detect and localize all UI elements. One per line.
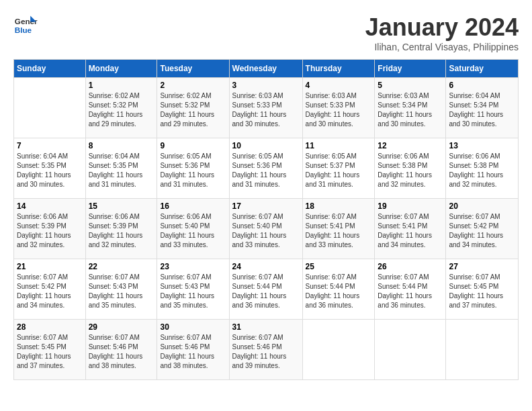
calendar-cell: 26 Sunrise: 6:07 AMSunset: 5:44 PMDaylig… (375, 259, 446, 320)
day-info: Sunrise: 6:04 AMSunset: 5:35 PMDaylight:… (17, 152, 83, 189)
day-info: Sunrise: 6:07 AMSunset: 5:42 PMDaylight:… (449, 212, 515, 250)
day-number: 4 (306, 81, 372, 90)
day-info: Sunrise: 6:07 AMSunset: 5:40 PMDaylight:… (232, 212, 300, 250)
day-number: 15 (89, 201, 154, 211)
calendar-week-5: 28 Sunrise: 6:07 AMSunset: 5:45 PMDaylig… (14, 320, 519, 380)
day-number: 28 (17, 322, 83, 332)
logo: General Blue (13, 13, 38, 38)
day-info: Sunrise: 6:04 AMSunset: 5:35 PMDaylight:… (89, 152, 154, 189)
calendar-cell: 14 Sunrise: 6:06 AMSunset: 5:39 PMDaylig… (14, 199, 86, 259)
day-info: Sunrise: 6:03 AMSunset: 5:33 PMDaylight:… (306, 91, 372, 129)
day-number: 5 (378, 81, 443, 90)
day-number: 2 (160, 81, 226, 90)
calendar-cell (302, 320, 375, 380)
day-number: 14 (17, 201, 83, 211)
day-number: 30 (160, 322, 226, 332)
calendar-cell: 21 Sunrise: 6:07 AMSunset: 5:42 PMDaylig… (14, 259, 86, 320)
day-info: Sunrise: 6:04 AMSunset: 5:34 PMDaylight:… (449, 91, 515, 129)
header-sunday: Sunday (14, 60, 86, 78)
day-number: 3 (232, 81, 300, 90)
day-info: Sunrise: 6:07 AMSunset: 5:45 PMDaylight:… (449, 273, 515, 310)
calendar-cell: 13 Sunrise: 6:06 AMSunset: 5:38 PMDaylig… (446, 138, 519, 199)
calendar-cell: 28 Sunrise: 6:07 AMSunset: 5:45 PMDaylig… (14, 320, 86, 380)
calendar-cell: 23 Sunrise: 6:07 AMSunset: 5:43 PMDaylig… (157, 259, 229, 320)
calendar-week-3: 14 Sunrise: 6:06 AMSunset: 5:39 PMDaylig… (14, 199, 519, 259)
calendar-cell (14, 78, 86, 138)
day-info: Sunrise: 6:02 AMSunset: 5:32 PMDaylight:… (160, 91, 226, 129)
calendar-cell: 19 Sunrise: 6:07 AMSunset: 5:41 PMDaylig… (375, 199, 446, 259)
header-tuesday: Tuesday (157, 60, 229, 78)
day-info: Sunrise: 6:07 AMSunset: 5:46 PMDaylight:… (160, 333, 226, 371)
calendar-cell: 18 Sunrise: 6:07 AMSunset: 5:41 PMDaylig… (302, 199, 375, 259)
calendar-cell: 12 Sunrise: 6:06 AMSunset: 5:38 PMDaylig… (375, 138, 446, 199)
calendar-cell (446, 320, 519, 380)
calendar-cell: 3 Sunrise: 6:03 AMSunset: 5:33 PMDayligh… (229, 78, 302, 138)
location: Ilihan, Central Visayas, Philippines (365, 42, 519, 52)
calendar-cell: 24 Sunrise: 6:07 AMSunset: 5:44 PMDaylig… (229, 259, 302, 320)
day-number: 20 (449, 201, 515, 211)
day-number: 22 (89, 262, 154, 271)
day-number: 26 (378, 262, 443, 271)
day-info: Sunrise: 6:07 AMSunset: 5:42 PMDaylight:… (17, 273, 83, 310)
day-info: Sunrise: 6:06 AMSunset: 5:38 PMDaylight:… (449, 152, 515, 189)
day-number: 12 (378, 141, 443, 150)
day-info: Sunrise: 6:07 AMSunset: 5:41 PMDaylight:… (378, 212, 443, 250)
day-number: 6 (449, 81, 515, 90)
header-thursday: Thursday (302, 60, 375, 78)
day-number: 24 (232, 262, 300, 271)
logo-icon: General Blue (13, 13, 38, 38)
calendar-week-4: 21 Sunrise: 6:07 AMSunset: 5:42 PMDaylig… (14, 259, 519, 320)
header-friday: Friday (375, 60, 446, 78)
calendar-cell: 10 Sunrise: 6:05 AMSunset: 5:36 PMDaylig… (229, 138, 302, 199)
calendar-week-1: 1 Sunrise: 6:02 AMSunset: 5:32 PMDayligh… (14, 78, 519, 138)
day-info: Sunrise: 6:05 AMSunset: 5:37 PMDaylight:… (306, 152, 372, 189)
day-info: Sunrise: 6:07 AMSunset: 5:45 PMDaylight:… (17, 333, 83, 371)
calendar-cell: 27 Sunrise: 6:07 AMSunset: 5:45 PMDaylig… (446, 259, 519, 320)
day-info: Sunrise: 6:06 AMSunset: 5:39 PMDaylight:… (89, 212, 154, 250)
day-number: 19 (378, 201, 443, 211)
day-number: 25 (306, 262, 372, 271)
day-info: Sunrise: 6:02 AMSunset: 5:32 PMDaylight:… (89, 91, 154, 129)
calendar-cell: 29 Sunrise: 6:07 AMSunset: 5:46 PMDaylig… (85, 320, 157, 380)
calendar-cell: 6 Sunrise: 6:04 AMSunset: 5:34 PMDayligh… (446, 78, 519, 138)
calendar-cell: 8 Sunrise: 6:04 AMSunset: 5:35 PMDayligh… (85, 138, 157, 199)
header-monday: Monday (85, 60, 157, 78)
calendar-cell: 20 Sunrise: 6:07 AMSunset: 5:42 PMDaylig… (446, 199, 519, 259)
calendar-cell: 31 Sunrise: 6:07 AMSunset: 5:46 PMDaylig… (229, 320, 302, 380)
day-number: 21 (17, 262, 83, 271)
day-number: 9 (160, 141, 226, 150)
day-number: 13 (449, 141, 515, 150)
calendar-cell: 30 Sunrise: 6:07 AMSunset: 5:46 PMDaylig… (157, 320, 229, 380)
calendar-cell: 4 Sunrise: 6:03 AMSunset: 5:33 PMDayligh… (302, 78, 375, 138)
calendar-cell: 17 Sunrise: 6:07 AMSunset: 5:40 PMDaylig… (229, 199, 302, 259)
calendar-week-2: 7 Sunrise: 6:04 AMSunset: 5:35 PMDayligh… (14, 138, 519, 199)
page-header: General Blue January 2024 Ilihan, Centra… (13, 13, 519, 52)
day-number: 16 (160, 201, 226, 211)
day-info: Sunrise: 6:07 AMSunset: 5:41 PMDaylight:… (306, 212, 372, 250)
day-info: Sunrise: 6:05 AMSunset: 5:36 PMDaylight:… (232, 152, 300, 189)
day-info: Sunrise: 6:07 AMSunset: 5:46 PMDaylight:… (232, 333, 300, 371)
month-title: January 2024 (365, 13, 519, 42)
day-number: 1 (89, 81, 154, 90)
calendar-cell: 15 Sunrise: 6:06 AMSunset: 5:39 PMDaylig… (85, 199, 157, 259)
day-number: 10 (232, 141, 300, 150)
day-info: Sunrise: 6:07 AMSunset: 5:46 PMDaylight:… (89, 333, 154, 371)
calendar-cell: 16 Sunrise: 6:06 AMSunset: 5:40 PMDaylig… (157, 199, 229, 259)
calendar-header-row: SundayMondayTuesdayWednesdayThursdayFrid… (14, 60, 519, 78)
day-info: Sunrise: 6:03 AMSunset: 5:33 PMDaylight:… (232, 91, 300, 129)
calendar-cell: 22 Sunrise: 6:07 AMSunset: 5:43 PMDaylig… (85, 259, 157, 320)
day-info: Sunrise: 6:07 AMSunset: 5:44 PMDaylight:… (232, 273, 300, 310)
day-info: Sunrise: 6:06 AMSunset: 5:40 PMDaylight:… (160, 212, 226, 250)
title-section: January 2024 Ilihan, Central Visayas, Ph… (365, 13, 519, 52)
calendar-cell: 9 Sunrise: 6:05 AMSunset: 5:36 PMDayligh… (157, 138, 229, 199)
calendar-cell: 1 Sunrise: 6:02 AMSunset: 5:32 PMDayligh… (85, 78, 157, 138)
day-info: Sunrise: 6:03 AMSunset: 5:34 PMDaylight:… (378, 91, 443, 129)
day-info: Sunrise: 6:07 AMSunset: 5:44 PMDaylight:… (378, 273, 443, 310)
calendar-cell: 2 Sunrise: 6:02 AMSunset: 5:32 PMDayligh… (157, 78, 229, 138)
calendar-cell: 11 Sunrise: 6:05 AMSunset: 5:37 PMDaylig… (302, 138, 375, 199)
header-wednesday: Wednesday (229, 60, 302, 78)
day-number: 23 (160, 262, 226, 271)
calendar-table: SundayMondayTuesdayWednesdayThursdayFrid… (13, 59, 519, 380)
day-number: 27 (449, 262, 515, 271)
day-info: Sunrise: 6:07 AMSunset: 5:43 PMDaylight:… (160, 273, 226, 310)
